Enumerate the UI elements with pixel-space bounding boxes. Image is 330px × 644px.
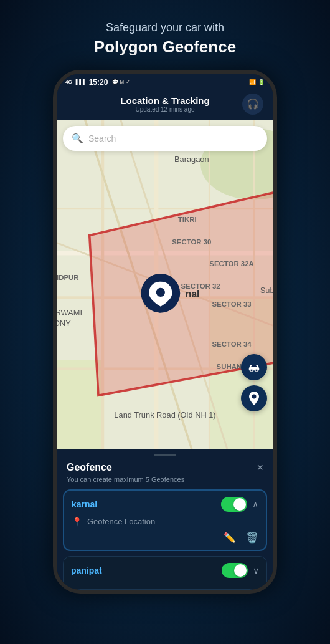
wifi-icon: 📶: [249, 79, 256, 85]
svg-text:Land Trunk Road (Old NH 1): Land Trunk Road (Old NH 1): [114, 410, 215, 420]
chevron-down-panipat[interactable]: ∨: [253, 565, 259, 575]
car-location-fab[interactable]: [241, 354, 267, 380]
svg-point-35: [252, 394, 257, 398]
svg-point-33: [250, 369, 253, 372]
handle-bar: [154, 454, 176, 456]
geofence-item-header-panipat: panipat ∨: [71, 563, 259, 578]
svg-text:RADHA SWAMI: RADHA SWAMI: [57, 308, 82, 317]
status-left: 4G ▐▐▐ 15:20 💬 M ✓: [65, 78, 130, 87]
geofence-item-panipat: panipat ∨: [63, 556, 267, 590]
geofence-name-karnal: karnal: [72, 499, 97, 509]
search-icon: 🔍: [72, 133, 83, 144]
edit-icon[interactable]: ✏️: [224, 532, 236, 544]
headphone-icon: 🎧: [247, 98, 259, 110]
svg-text:COLONY: COLONY: [57, 319, 71, 328]
geofence-subtitle: You can create maximum 5 Geofences: [57, 476, 273, 489]
signal-bars: ▐▐▐: [74, 79, 85, 85]
search-bar[interactable]: 🔍 Search: [63, 126, 267, 151]
app-header-center: Location & Tracking Updated 12 mins ago: [120, 95, 209, 113]
svg-point-31: [156, 287, 165, 296]
svg-text:TIKRI: TIKRI: [178, 216, 197, 223]
search-placeholder: Search: [88, 133, 116, 143]
app-title: Location & Tracking: [120, 95, 209, 106]
toggle-karnal[interactable]: [221, 497, 247, 512]
geofence-location-label: Geofence Location: [87, 517, 155, 526]
bottom-sheet-handle: [57, 449, 273, 459]
header-subtitle: Safeguard your car with: [94, 20, 236, 36]
svg-text:Subhri: Subhri: [260, 286, 273, 295]
pin-fab[interactable]: [241, 385, 267, 411]
status-app-icons: 💬 M ✓: [112, 79, 130, 85]
status-right: 📶 🔋: [249, 79, 265, 85]
chevron-up-karnal[interactable]: ∧: [252, 499, 258, 509]
battery-icon: 🔋: [258, 79, 265, 85]
geofence-list: karnal ∧ 📍 Geofence Location ✏️ 🗑️: [57, 489, 273, 590]
geofence-controls-karnal: ∧: [221, 497, 258, 512]
close-button[interactable]: ×: [257, 461, 263, 474]
app-header: Location & Tracking Updated 12 mins ago …: [57, 91, 273, 120]
toggle-panipat[interactable]: [222, 563, 248, 578]
geofence-location-row: 📍 Geofence Location: [72, 517, 258, 527]
location-icon: 📍: [72, 517, 82, 527]
geofence-actions: ✏️ 🗑️: [72, 532, 258, 544]
map-fab-container: [241, 354, 267, 411]
delete-icon[interactable]: 🗑️: [246, 532, 258, 544]
status-time: 15:20: [89, 78, 108, 87]
headphone-button[interactable]: 🎧: [242, 94, 263, 115]
svg-text:SECTOR 32A: SECTOR 32A: [209, 260, 253, 267]
geofence-controls-panipat: ∨: [222, 563, 259, 578]
svg-point-34: [255, 369, 258, 372]
page-header: Safeguard your car with Polygon Geofence: [94, 20, 236, 59]
signal-icon: 4G: [65, 79, 72, 85]
app-subtitle: Updated 12 mins ago: [120, 106, 209, 113]
status-bar: 4G ▐▐▐ 15:20 💬 M ✓ 📶 🔋: [57, 74, 273, 91]
bottom-sheet: Geofence × You can create maximum 5 Geof…: [57, 449, 273, 590]
geofence-title: Geofence: [67, 462, 112, 473]
svg-text:SAIDPUR: SAIDPUR: [57, 273, 79, 281]
geofence-name-panipat: panipat: [71, 565, 102, 575]
geofence-item-header-karnal: karnal ∧: [72, 497, 258, 512]
header-title: Polygon Geofence: [94, 36, 236, 58]
geofence-item-karnal: karnal ∧ 📍 Geofence Location ✏️ 🗑️: [63, 489, 267, 551]
map-container[interactable]: Baragaon TIKRI SECTOR 30 SECTOR 32A SECT…: [57, 120, 273, 449]
svg-rect-2: [57, 360, 103, 449]
bottom-sheet-header: Geofence ×: [57, 459, 273, 476]
svg-text:SECTOR 34: SECTOR 34: [212, 340, 252, 347]
svg-text:SECTOR 30: SECTOR 30: [172, 238, 211, 245]
svg-text:Baragaon: Baragaon: [174, 155, 209, 164]
svg-text:SECTOR 33: SECTOR 33: [212, 300, 251, 307]
phone-inner: 4G ▐▐▐ 15:20 💬 M ✓ 📶 🔋 Location & Tracki…: [57, 74, 273, 590]
phone-frame: 4G ▐▐▐ 15:20 💬 M ✓ 📶 🔋 Location & Tracki…: [53, 70, 277, 594]
svg-text:nal: nal: [186, 289, 200, 299]
